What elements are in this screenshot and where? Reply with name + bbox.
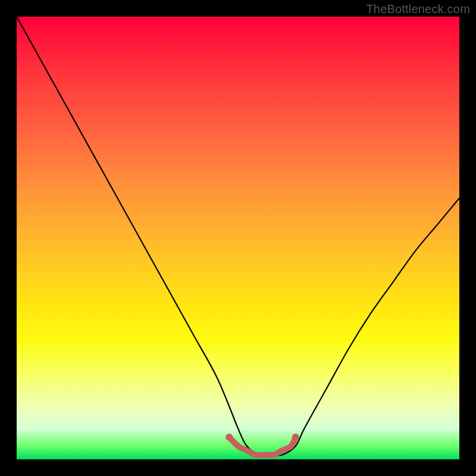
valley-highlight-path xyxy=(229,437,296,455)
endpoint-marker xyxy=(292,434,299,441)
endpoint-marker xyxy=(226,434,233,441)
bottleneck-curve-path xyxy=(17,17,459,456)
endpoint-markers xyxy=(226,434,299,441)
watermark-text: TheBottleneck.com xyxy=(366,2,470,16)
plot-area xyxy=(17,17,459,459)
bottleneck-chart: TheBottleneck.com xyxy=(0,0,476,476)
curve-layer xyxy=(17,17,459,459)
